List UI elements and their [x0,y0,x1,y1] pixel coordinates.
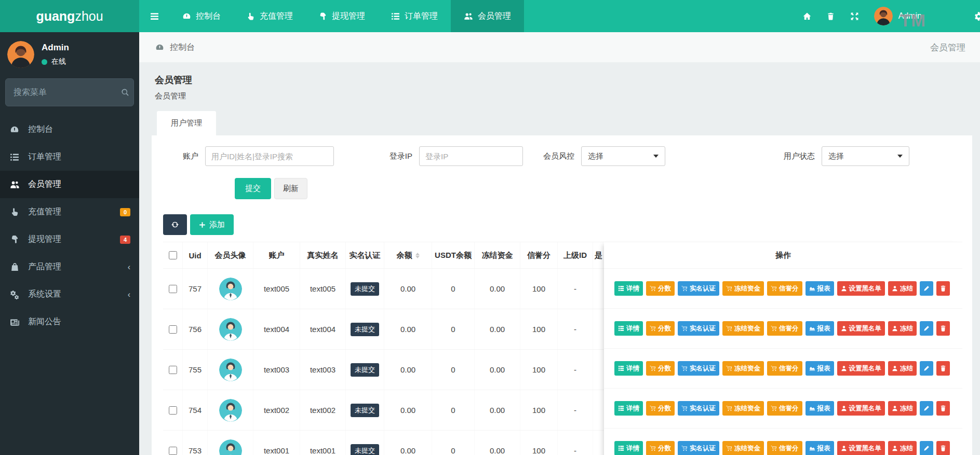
reload-table-button[interactable] [163,214,187,235]
action-delete-button[interactable] [936,361,950,376]
action-realname-verify-button[interactable]: 实名认证 [678,441,719,455]
row-checkbox[interactable] [169,406,177,415]
cart-icon [726,445,732,451]
menu-search-input[interactable] [14,88,121,97]
action-detail-button[interactable]: 详情 [614,441,643,455]
action-freeze-funds-button[interactable]: 冻结资金 [722,441,764,455]
action-score-button[interactable]: 分数 [646,281,675,296]
sidebar-item-recharge[interactable]: 充值管理 0 [0,198,139,226]
action-realname-verify-button[interactable]: 实名认证 [678,361,719,376]
risk-select[interactable]: 选择 [581,146,665,166]
breadcrumb-current: 会员管理 [930,42,965,53]
topnav-item-dashboard[interactable]: 控制台 [169,0,234,32]
action-credit-score-button[interactable]: 信誉分 [767,321,802,336]
topnav-item-withdraw[interactable]: 提现管理 [306,0,378,32]
action-delete-button[interactable] [936,401,950,416]
account-search-input[interactable] [205,146,334,166]
action-credit-score-button[interactable]: 信誉分 [767,441,802,455]
cell-verify: 未提交 [346,309,384,349]
action-detail-button[interactable]: 详情 [614,321,643,336]
action-score-button[interactable]: 分数 [646,361,675,376]
search-icon[interactable] [121,88,130,97]
action-blacklist-button[interactable]: 设置黑名单 [837,281,885,296]
action-blacklist-button[interactable]: 设置黑名单 [837,401,885,416]
sidebar-item-orders[interactable]: 订单管理 [0,143,139,171]
sidebar-toggle-button[interactable] [139,0,169,32]
action-detail-button[interactable]: 详情 [614,401,643,416]
action-freeze-user-button[interactable]: 冻结 [888,441,917,455]
action-freeze-funds-button[interactable]: 冻结资金 [722,321,764,336]
action-report-button[interactable]: 报表 [806,321,834,336]
row-checkbox[interactable] [169,285,177,293]
sort-icon[interactable] [415,253,420,258]
action-score-button[interactable]: 分数 [646,441,675,455]
action-realname-verify-button[interactable]: 实名认证 [678,401,719,416]
sidebar-item-members[interactable]: 会员管理 [0,171,139,198]
clear-cache-button[interactable] [819,12,843,21]
cell-usdt: 0 [432,390,475,430]
user-status-select[interactable]: 选择 [822,146,909,166]
fullscreen-button[interactable] [843,12,867,21]
plus-icon [199,222,206,228]
action-report-button[interactable]: 报表 [806,281,834,296]
action-credit-score-button[interactable]: 信誉分 [767,361,802,376]
action-freeze-user-button[interactable]: 冻结 [888,321,917,336]
row-checkbox[interactable] [169,447,177,455]
action-score-button[interactable]: 分数 [646,401,675,416]
caret-down-icon [653,155,659,158]
action-blacklist-button[interactable]: 设置黑名单 [837,441,885,455]
breadcrumb[interactable]: 控制台 [154,42,195,53]
action-realname-verify-button[interactable]: 实名认证 [678,321,719,336]
action-detail-button[interactable]: 详情 [614,281,643,296]
sidebar-item-news[interactable]: 新闻公告 [0,308,139,336]
action-credit-score-button[interactable]: 信誉分 [767,281,802,296]
sidebar-item-products[interactable]: 产品管理 ‹ [0,253,139,281]
row-checkbox[interactable] [169,325,177,334]
action-report-button[interactable]: 报表 [806,361,834,376]
action-detail-button[interactable]: 详情 [614,361,643,376]
cell-credit: 100 [520,269,558,309]
sidebar-item-dashboard[interactable]: 控制台 [0,116,139,143]
action-blacklist-button[interactable]: 设置黑名单 [837,321,885,336]
sidebar-item-withdraw[interactable]: 提现管理 4 [0,226,139,253]
action-edit-button[interactable] [920,401,933,416]
sidebar-item-label: 产品管理 [28,261,61,272]
action-freeze-user-button[interactable]: 冻结 [888,281,917,296]
sidebar-user-panel: Admin 在线 [0,32,139,74]
action-score-button[interactable]: 分数 [646,321,675,336]
action-report-button[interactable]: 报表 [806,401,834,416]
submit-button[interactable]: 提交 [235,178,271,199]
action-delete-button[interactable] [936,281,950,296]
action-freeze-funds-button[interactable]: 冻结资金 [722,401,764,416]
login-ip-input[interactable] [419,146,523,166]
action-freeze-user-button[interactable]: 冻结 [888,361,917,376]
action-blacklist-button[interactable]: 设置黑名单 [837,361,885,376]
home-button[interactable] [795,12,819,21]
action-edit-button[interactable] [920,441,933,455]
sidebar-item-label: 新闻公告 [28,316,61,327]
row-checkbox[interactable] [169,366,177,374]
refresh-button[interactable]: 刷新 [274,178,307,199]
risk-select-value: 选择 [588,151,603,161]
action-credit-score-button[interactable]: 信誉分 [767,401,802,416]
action-realname-verify-button[interactable]: 实名认证 [678,281,719,296]
action-delete-button[interactable] [936,321,950,336]
add-member-button[interactable]: 添加 [190,214,234,235]
settings-button[interactable] [970,11,980,21]
tab-user-management[interactable]: 用户管理 [157,111,216,135]
topnav-item-orders[interactable]: 订单管理 [378,0,451,32]
topbar: guangzhou 控制台 充值管理 [0,0,980,32]
action-report-button[interactable]: 报表 [806,441,834,455]
topnav-item-members[interactable]: 会员管理 [451,0,524,32]
action-edit-button[interactable] [920,321,933,336]
action-freeze-user-button[interactable]: 冻结 [888,401,917,416]
cart-icon [650,405,656,411]
topnav-item-recharge[interactable]: 充值管理 [234,0,306,32]
sidebar-item-settings[interactable]: 系统设置 ‹ [0,281,139,308]
action-freeze-funds-button[interactable]: 冻结资金 [722,361,764,376]
action-edit-button[interactable] [920,361,933,376]
action-freeze-funds-button[interactable]: 冻结资金 [722,281,764,296]
action-delete-button[interactable] [936,441,950,455]
select-all-checkbox[interactable] [169,251,177,259]
action-edit-button[interactable] [920,281,933,296]
